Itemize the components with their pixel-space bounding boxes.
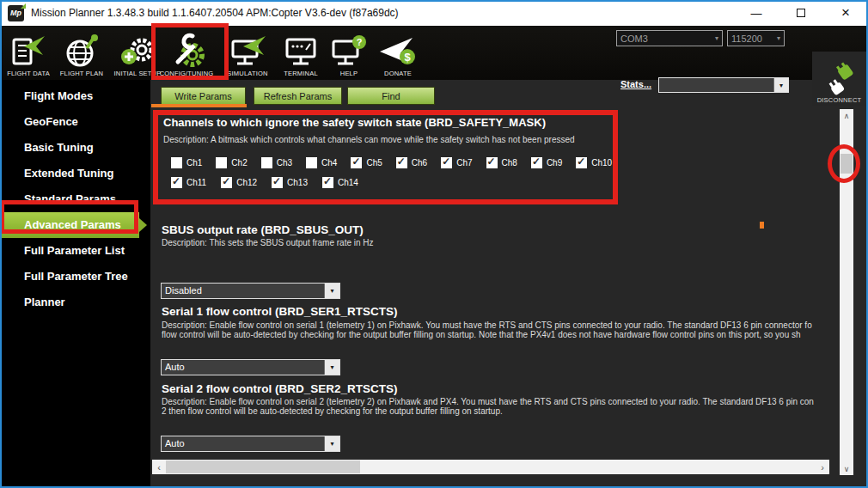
maximize-button[interactable] — [779, 0, 823, 26]
sidebar-item-advanced-params[interactable]: Advanced Params — [0, 212, 139, 238]
checkbox-ch8[interactable]: ✓Ch8 — [486, 157, 517, 168]
sbus-output-rate-select[interactable]: Disabled ▾ — [161, 283, 340, 299]
stats-combo[interactable]: ▾ — [658, 77, 789, 93]
tab-flight-data[interactable]: FLIGHT DATA — [2, 27, 55, 79]
donate-icon: $ — [378, 34, 418, 69]
flight-data-icon — [10, 34, 46, 69]
sidebar-item-standard-params[interactable]: Standard Params — [0, 186, 150, 212]
checkbox-ch5[interactable]: ✓Ch5 — [351, 157, 382, 168]
serial1-flow-control-value: Auto — [165, 362, 185, 372]
channel-checkbox-row-2: ✓Ch11 ✓Ch12 ✓Ch13 ✓Ch14 — [171, 177, 373, 188]
checkbox-icon: ✓ — [531, 157, 542, 168]
scroll-down-arrow[interactable]: ∨ — [840, 462, 853, 475]
sidebar-item-geofence[interactable]: GeoFence — [0, 109, 150, 135]
terminal-icon — [284, 34, 318, 69]
tab-label: INITIAL SETUP — [114, 70, 162, 79]
tab-simulation[interactable]: SIMULATION — [220, 27, 275, 79]
checkbox-ch3[interactable]: ✓Ch3 — [261, 157, 292, 168]
checkbox-icon: ✓ — [486, 157, 498, 168]
titlebar: Mp Mission Planner 1.3.48.3 build 1.1.64… — [0, 0, 868, 26]
checkbox-icon: ✓ — [272, 177, 283, 188]
sidebar-item-full-parameter-tree[interactable]: Full Parameter Tree — [0, 264, 150, 290]
checkbox-ch11[interactable]: ✓Ch11 — [171, 177, 206, 188]
svg-text:?: ? — [357, 37, 363, 47]
vertical-scrollbar[interactable]: ∧ ∨ — [840, 109, 853, 475]
config-tuning-icon — [167, 33, 206, 69]
scroll-up-arrow[interactable]: ∧ — [840, 109, 853, 122]
com-port-value: COM3 — [620, 34, 648, 44]
chevron-down-icon: ▾ — [777, 34, 780, 42]
serial1-description-line2: flow control will be auto-detected by ch… — [162, 330, 801, 339]
serial1-section-title: Serial 1 flow control (BRD_SER1_RTSCTS) — [162, 305, 398, 318]
initial-setup-icon — [119, 34, 156, 69]
checkbox-ch6[interactable]: ✓Ch6 — [396, 157, 427, 168]
tab-label: CONFIG/TUNING — [160, 70, 214, 79]
tab-donate[interactable]: $ DONATE — [373, 27, 423, 79]
baud-rate-select[interactable]: 115200 ▾ — [727, 30, 785, 46]
disconnect-button[interactable]: DISCONNECT — [812, 52, 866, 106]
chevron-down-icon: ▾ — [773, 78, 788, 92]
checkbox-ch1[interactable]: ✓Ch1 — [171, 157, 202, 168]
chevron-down-icon: ▾ — [324, 284, 339, 298]
checkbox-ch13[interactable]: ✓Ch13 — [272, 177, 308, 188]
write-params-button[interactable]: Write Params — [161, 87, 246, 105]
checkbox-ch7[interactable]: ✓Ch7 — [441, 157, 472, 168]
tab-help[interactable]: ? HELP — [327, 27, 371, 79]
checkbox-icon: ✓ — [171, 177, 182, 188]
checkbox-icon: ✓ — [351, 157, 362, 168]
disconnect-plug-icon — [821, 60, 859, 96]
app-logo-icon: Mp — [8, 5, 24, 21]
tab-terminal[interactable]: TERMINAL — [277, 27, 325, 79]
checkbox-icon: ✓ — [216, 157, 227, 168]
tab-label: FLIGHT DATA — [7, 70, 50, 79]
sidebar-item-basic-tuning[interactable]: Basic Tuning — [0, 135, 150, 161]
flight-plan-icon — [64, 34, 99, 69]
checkbox-icon: ✓ — [261, 157, 272, 168]
checkbox-ch12[interactable]: ✓Ch12 — [221, 177, 257, 188]
vertical-scrollbar-thumb[interactable] — [840, 154, 853, 174]
checkbox-ch2[interactable]: ✓Ch2 — [216, 157, 247, 168]
tab-label: FLIGHT PLAN — [60, 70, 103, 79]
refresh-params-button[interactable]: Refresh Params — [254, 87, 342, 105]
mission-planner-window: Mp Mission Planner 1.3.48.3 build 1.1.64… — [0, 0, 868, 488]
sidebar-item-full-parameter-list[interactable]: Full Parameter List — [0, 238, 150, 264]
checkbox-ch4[interactable]: ✓Ch4 — [306, 157, 337, 168]
main-toolbar: FLIGHT DATA FLIGHT PLAN INITIA — [0, 26, 868, 80]
checkbox-ch10[interactable]: ✓Ch10 — [576, 157, 612, 168]
sidebar-item-flight-modes[interactable]: Flight Modes — [0, 83, 150, 109]
tab-flight-plan[interactable]: FLIGHT PLAN — [55, 27, 108, 79]
sidebar-item-planner[interactable]: Planner — [0, 290, 150, 315]
serial2-flow-control-value: Auto — [165, 438, 185, 448]
help-icon: ? — [330, 34, 368, 69]
checkbox-icon: ✓ — [221, 177, 232, 188]
com-port-select[interactable]: COM3 ▾ — [616, 30, 723, 46]
checkbox-icon: ✓ — [306, 157, 317, 168]
checkbox-ch9[interactable]: ✓Ch9 — [531, 157, 562, 168]
stats-link[interactable]: Stats... — [620, 79, 651, 89]
svg-text:$: $ — [404, 51, 411, 64]
channels-section-description: Description: A bitmask which controls wh… — [163, 135, 575, 144]
horizontal-scrollbar[interactable]: ‹ › — [152, 460, 829, 474]
tab-label: TERMINAL — [284, 70, 318, 79]
scroll-left-arrow[interactable]: ‹ — [152, 460, 166, 474]
tab-label: DONATE — [384, 70, 412, 79]
cursor-artifact — [760, 222, 764, 229]
horizontal-scrollbar-thumb[interactable] — [166, 461, 360, 473]
minimize-icon: — — [751, 7, 762, 20]
minimize-button[interactable]: — — [734, 0, 779, 26]
disconnect-label: DISCONNECT — [817, 96, 862, 106]
serial2-flow-control-select[interactable]: Auto ▾ — [161, 436, 340, 452]
scroll-right-arrow[interactable]: › — [816, 460, 829, 474]
find-button[interactable]: Find — [347, 87, 435, 105]
serial2-section-title: Serial 2 flow control (BRD_SER2_RTSCTS) — [162, 382, 398, 395]
sidebar-item-extended-tuning[interactable]: Extended Tuning — [0, 161, 150, 186]
serial1-flow-control-select[interactable]: Auto ▾ — [161, 359, 340, 375]
tab-label: HELP — [340, 70, 358, 79]
serial2-description-line2: 2 then flow control will be auto-detecte… — [162, 406, 503, 416]
checkbox-icon: ✓ — [576, 157, 587, 168]
channel-checkbox-row-1: ✓Ch1 ✓Ch2 ✓Ch3 ✓Ch4 ✓Ch5 ✓Ch6 ✓Ch7 ✓Ch8 … — [171, 157, 626, 168]
close-button[interactable]: × — [823, 0, 868, 26]
tab-config-tuning[interactable]: CONFIG/TUNING — [156, 27, 217, 79]
checkbox-ch14[interactable]: ✓Ch14 — [322, 177, 358, 188]
simulation-icon — [228, 34, 267, 69]
